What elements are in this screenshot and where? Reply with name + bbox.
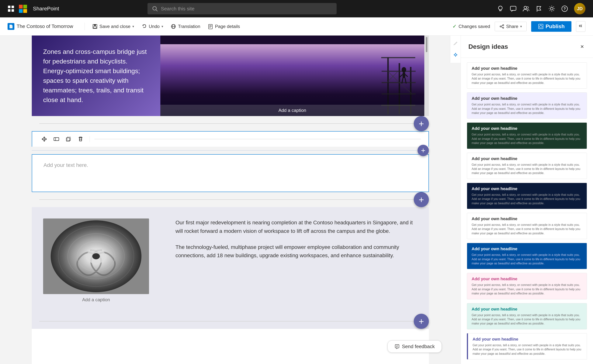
tool-line — [94, 139, 421, 139]
design-card-body-8: Get your point across, tell a story, or … — [472, 313, 582, 326]
design-card-body-6: Get your point across, tell a story, or … — [472, 253, 582, 266]
svg-rect-7 — [499, 10, 501, 11]
save-close-button[interactable]: Save and close ▾ — [88, 22, 138, 31]
svg-rect-53 — [66, 138, 70, 141]
design-card-5[interactable]: Add your own headline Get your point acr… — [467, 213, 587, 239]
design-card-headline-9: Add your own headline — [473, 337, 582, 342]
svg-point-27 — [503, 25, 504, 26]
top-nav: SharePoint ? JD — [0, 0, 593, 17]
design-card-headline-6: Add your own headline — [472, 247, 582, 251]
svg-rect-41 — [402, 72, 405, 78]
text-section[interactable]: Add your text here. — [32, 154, 429, 192]
design-panel-title: Design ideas — [468, 43, 508, 50]
duplicate-button[interactable] — [64, 135, 73, 144]
share-caret: ▾ — [520, 24, 522, 29]
text-section-wrapper: + Add your text here. — [32, 131, 429, 192]
add-section-button-3[interactable]: + — [414, 314, 429, 329]
svg-point-40 — [402, 67, 406, 72]
design-card-6[interactable]: Add your own headline Get your point acr… — [467, 243, 587, 269]
svg-rect-10 — [510, 6, 516, 10]
feedback-icon — [395, 344, 400, 349]
design-ideas-panel: Design ideas × Add your own headline Get… — [461, 36, 593, 364]
add-webpart-button[interactable]: + — [417, 145, 429, 156]
publish-icon — [538, 24, 544, 29]
design-card-body-9: Get your point across, tell a story, or … — [473, 343, 582, 356]
design-card-2[interactable]: Add your own headline Get your point acr… — [467, 123, 587, 149]
collapse-icon — [578, 23, 583, 29]
send-feedback-button[interactable]: Send feedback — [388, 340, 442, 353]
search-bar[interactable] — [147, 3, 336, 14]
hero-image-caption[interactable]: Add a caption — [160, 105, 424, 116]
grid-menu-icon[interactable] — [7, 5, 14, 12]
page-details-button[interactable]: Page details — [204, 22, 244, 31]
svg-rect-3 — [12, 9, 14, 12]
svg-rect-18 — [94, 24, 96, 26]
main-layout: Zones and cross-campus bridge just for p… — [0, 36, 593, 364]
bottom-image-caption[interactable]: Add a caption — [82, 297, 110, 302]
translation-icon — [171, 24, 176, 29]
design-card-4[interactable]: Add your own headline Get your point acr… — [467, 183, 587, 209]
lightbulb-icon[interactable] — [497, 5, 504, 12]
share-button[interactable]: Share ▾ — [495, 22, 527, 31]
svg-point-11 — [524, 6, 527, 9]
svg-point-12 — [527, 6, 528, 8]
microsoft-logo[interactable] — [19, 5, 27, 13]
help-icon[interactable]: ? — [561, 5, 568, 12]
undo-label: Undo — [149, 24, 160, 29]
undo-button[interactable]: Undo ▾ — [138, 22, 167, 31]
text-placeholder: Add your text here. — [44, 162, 417, 168]
design-card-headline-2: Add your own headline — [472, 126, 582, 131]
add-section-button-1[interactable]: + — [414, 116, 429, 131]
share-label: Share — [506, 24, 518, 29]
svg-rect-1 — [12, 6, 14, 8]
svg-rect-39 — [382, 93, 416, 95]
svg-rect-54 — [67, 137, 71, 140]
bottom-left-panel: Add a caption — [32, 207, 160, 314]
delete-button[interactable] — [76, 135, 85, 144]
float-design-ideas-button[interactable] — [451, 50, 461, 60]
design-panel-close-button[interactable]: × — [579, 42, 586, 52]
svg-rect-0 — [8, 6, 10, 8]
design-card-1[interactable]: Add your own headline Get your point acr… — [467, 92, 587, 119]
design-card-headline-8: Add your own headline — [472, 307, 582, 312]
editor-area[interactable]: Zones and cross-campus bridge just for p… — [0, 36, 461, 364]
svg-point-14 — [550, 7, 553, 10]
design-card-3[interactable]: Add your own headline Get your point acr… — [467, 153, 587, 179]
user-avatar[interactable]: JD — [574, 3, 586, 14]
people-icon[interactable] — [523, 5, 529, 12]
undo-caret: ▾ — [161, 24, 163, 29]
inner-add-area: + — [32, 147, 429, 154]
design-card-9[interactable]: Add your own headline Get your point acr… — [467, 333, 587, 359]
add-section-button-2[interactable]: + — [414, 192, 429, 207]
page-details-icon — [208, 24, 213, 29]
search-input[interactable] — [161, 6, 332, 12]
breadcrumb-text: The Contoso of Tomorrow — [17, 23, 73, 29]
design-card-7[interactable]: Add your own headline Get your point acr… — [467, 273, 587, 299]
design-card-8[interactable]: Add your own headline Get your point acr… — [467, 303, 587, 329]
svg-point-6 — [498, 6, 502, 10]
flag-icon[interactable] — [535, 5, 542, 12]
inner-line — [32, 150, 429, 151]
bottom-right-panel: Our first major redevelopment is nearing… — [160, 207, 429, 314]
changes-saved-label: Changes saved — [459, 24, 490, 29]
nav-icons: ? JD — [497, 3, 586, 14]
section-settings-button[interactable] — [52, 135, 61, 144]
float-edit-button[interactable] — [451, 39, 461, 48]
chat-icon[interactable] — [510, 5, 517, 12]
design-card-0[interactable]: Add your own headline Get your point acr… — [467, 62, 587, 89]
design-panel-content[interactable]: Add your own headline Get your point acr… — [461, 58, 593, 364]
move-tool-button[interactable] — [40, 135, 49, 144]
design-card-body-2: Get your point across, tell a story, or … — [472, 132, 582, 145]
svg-line-43 — [405, 74, 408, 77]
bottom-paragraph-1: Our first major redevelopment is nearing… — [176, 219, 414, 235]
hero-scrollbar[interactable] — [424, 36, 429, 116]
translation-button[interactable]: Translation — [167, 22, 204, 31]
settings-icon[interactable] — [548, 5, 555, 12]
send-feedback-label: Send feedback — [402, 344, 435, 350]
publish-button[interactable]: Publish — [531, 21, 572, 32]
collapse-button[interactable] — [576, 21, 586, 32]
save-close-caret: ▾ — [132, 24, 134, 29]
svg-point-64 — [92, 253, 100, 259]
check-icon: ✓ — [453, 23, 457, 29]
share-icon — [499, 24, 504, 29]
